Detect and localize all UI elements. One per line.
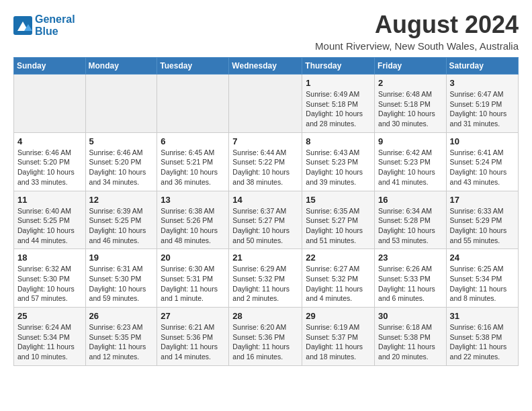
day-detail: Sunrise: 6:40 AM Sunset: 5:25 PM Dayligh… xyxy=(17,206,82,246)
day-number: 11 xyxy=(17,195,82,205)
weekday-header-thursday: Thursday xyxy=(302,58,375,75)
day-detail: Sunrise: 6:37 AM Sunset: 5:27 PM Dayligh… xyxy=(232,206,298,246)
day-cell: 16Sunrise: 6:34 AM Sunset: 5:28 PM Dayli… xyxy=(375,191,447,249)
title-area: August 2024 Mount Riverview, New South W… xyxy=(315,11,519,52)
logo: General Blue xyxy=(13,13,75,37)
day-cell: 5Sunrise: 6:46 AM Sunset: 5:20 PM Daylig… xyxy=(85,132,157,191)
day-cell: 29Sunrise: 6:19 AM Sunset: 5:37 PM Dayli… xyxy=(302,308,375,366)
day-detail: Sunrise: 6:34 AM Sunset: 5:28 PM Dayligh… xyxy=(378,206,443,246)
day-cell: 15Sunrise: 6:35 AM Sunset: 5:27 PM Dayli… xyxy=(302,191,375,249)
day-number: 8 xyxy=(306,136,371,146)
day-number: 21 xyxy=(232,253,298,263)
day-number: 26 xyxy=(89,311,154,321)
day-detail: Sunrise: 6:16 AM Sunset: 5:38 PM Dayligh… xyxy=(450,322,515,362)
day-detail: Sunrise: 6:27 AM Sunset: 5:32 PM Dayligh… xyxy=(306,264,371,304)
day-cell: 22Sunrise: 6:27 AM Sunset: 5:32 PM Dayli… xyxy=(302,249,375,308)
day-number: 6 xyxy=(161,136,225,146)
day-detail: Sunrise: 6:43 AM Sunset: 5:23 PM Dayligh… xyxy=(306,148,371,187)
logo-line2: Blue xyxy=(35,26,75,38)
day-number: 4 xyxy=(17,136,82,146)
day-detail: Sunrise: 6:47 AM Sunset: 5:19 PM Dayligh… xyxy=(450,89,515,129)
weekday-header-row: SundayMondayTuesdayWednesdayThursdayFrid… xyxy=(14,58,519,75)
day-cell: 10Sunrise: 6:41 AM Sunset: 5:24 PM Dayli… xyxy=(446,132,518,191)
day-number: 30 xyxy=(378,311,443,321)
day-detail: Sunrise: 6:20 AM Sunset: 5:36 PM Dayligh… xyxy=(232,322,298,362)
day-cell: 28Sunrise: 6:20 AM Sunset: 5:36 PM Dayli… xyxy=(229,308,302,366)
day-number: 17 xyxy=(450,195,515,205)
day-detail: Sunrise: 6:41 AM Sunset: 5:24 PM Dayligh… xyxy=(450,148,515,187)
week-row-5: 25Sunrise: 6:24 AM Sunset: 5:34 PM Dayli… xyxy=(14,308,519,366)
day-cell: 30Sunrise: 6:18 AM Sunset: 5:38 PM Dayli… xyxy=(375,308,447,366)
day-cell: 27Sunrise: 6:21 AM Sunset: 5:36 PM Dayli… xyxy=(157,308,229,366)
day-number: 9 xyxy=(378,136,443,146)
day-number: 14 xyxy=(232,195,298,205)
day-number: 5 xyxy=(89,136,154,146)
day-cell: 2Sunrise: 6:48 AM Sunset: 5:18 PM Daylig… xyxy=(375,75,447,133)
day-cell: 14Sunrise: 6:37 AM Sunset: 5:27 PM Dayli… xyxy=(229,191,302,249)
day-cell: 31Sunrise: 6:16 AM Sunset: 5:38 PM Dayli… xyxy=(446,308,518,366)
day-number: 12 xyxy=(89,195,154,205)
day-detail: Sunrise: 6:31 AM Sunset: 5:30 PM Dayligh… xyxy=(89,264,154,304)
day-number: 7 xyxy=(232,136,298,146)
month-title: August 2024 xyxy=(315,11,519,39)
day-detail: Sunrise: 6:45 AM Sunset: 5:21 PM Dayligh… xyxy=(161,148,225,187)
day-detail: Sunrise: 6:33 AM Sunset: 5:29 PM Dayligh… xyxy=(450,206,515,246)
day-number: 13 xyxy=(161,195,225,205)
day-number: 18 xyxy=(17,253,82,263)
page-header: General Blue August 2024 Mount Riverview… xyxy=(13,11,519,52)
day-number: 15 xyxy=(306,195,371,205)
day-detail: Sunrise: 6:19 AM Sunset: 5:37 PM Dayligh… xyxy=(306,322,371,362)
day-detail: Sunrise: 6:24 AM Sunset: 5:34 PM Dayligh… xyxy=(17,322,82,362)
day-number: 20 xyxy=(161,253,225,263)
day-detail: Sunrise: 6:21 AM Sunset: 5:36 PM Dayligh… xyxy=(161,322,225,362)
day-number: 19 xyxy=(89,253,154,263)
logo-line1: General xyxy=(35,13,75,26)
calendar-table: SundayMondayTuesdayWednesdayThursdayFrid… xyxy=(13,57,519,366)
day-detail: Sunrise: 6:25 AM Sunset: 5:34 PM Dayligh… xyxy=(450,264,515,304)
day-cell: 6Sunrise: 6:45 AM Sunset: 5:21 PM Daylig… xyxy=(157,132,229,191)
day-cell: 23Sunrise: 6:26 AM Sunset: 5:33 PM Dayli… xyxy=(375,249,447,308)
day-cell: 12Sunrise: 6:39 AM Sunset: 5:25 PM Dayli… xyxy=(85,191,157,249)
week-row-1: 1Sunrise: 6:49 AM Sunset: 5:18 PM Daylig… xyxy=(14,75,519,133)
day-cell: 1Sunrise: 6:49 AM Sunset: 5:18 PM Daylig… xyxy=(302,75,375,133)
day-cell xyxy=(14,75,86,133)
day-detail: Sunrise: 6:29 AM Sunset: 5:32 PM Dayligh… xyxy=(232,264,298,304)
day-detail: Sunrise: 6:48 AM Sunset: 5:18 PM Dayligh… xyxy=(378,89,443,129)
weekday-header-saturday: Saturday xyxy=(446,58,518,75)
weekday-header-tuesday: Tuesday xyxy=(157,58,229,75)
day-number: 10 xyxy=(450,136,515,146)
day-cell: 20Sunrise: 6:30 AM Sunset: 5:31 PM Dayli… xyxy=(157,249,229,308)
day-cell: 8Sunrise: 6:43 AM Sunset: 5:23 PM Daylig… xyxy=(302,132,375,191)
day-detail: Sunrise: 6:23 AM Sunset: 5:35 PM Dayligh… xyxy=(89,322,154,362)
weekday-header-sunday: Sunday xyxy=(14,58,86,75)
day-number: 2 xyxy=(378,78,443,88)
day-detail: Sunrise: 6:18 AM Sunset: 5:38 PM Dayligh… xyxy=(378,322,443,362)
day-cell xyxy=(229,75,302,133)
day-detail: Sunrise: 6:39 AM Sunset: 5:25 PM Dayligh… xyxy=(89,206,154,246)
week-row-4: 18Sunrise: 6:32 AM Sunset: 5:30 PM Dayli… xyxy=(14,249,519,308)
weekday-header-friday: Friday xyxy=(375,58,447,75)
logo-icon xyxy=(13,16,32,35)
day-cell: 25Sunrise: 6:24 AM Sunset: 5:34 PM Dayli… xyxy=(14,308,86,366)
day-number: 25 xyxy=(17,311,82,321)
weekday-header-monday: Monday xyxy=(85,58,157,75)
day-detail: Sunrise: 6:42 AM Sunset: 5:23 PM Dayligh… xyxy=(378,148,443,187)
day-number: 24 xyxy=(450,253,515,263)
day-detail: Sunrise: 6:38 AM Sunset: 5:26 PM Dayligh… xyxy=(161,206,225,246)
day-number: 31 xyxy=(450,311,515,321)
day-cell: 7Sunrise: 6:44 AM Sunset: 5:22 PM Daylig… xyxy=(229,132,302,191)
day-number: 28 xyxy=(232,311,298,321)
day-cell: 11Sunrise: 6:40 AM Sunset: 5:25 PM Dayli… xyxy=(14,191,86,249)
week-row-3: 11Sunrise: 6:40 AM Sunset: 5:25 PM Dayli… xyxy=(14,191,519,249)
day-cell: 26Sunrise: 6:23 AM Sunset: 5:35 PM Dayli… xyxy=(85,308,157,366)
day-detail: Sunrise: 6:35 AM Sunset: 5:27 PM Dayligh… xyxy=(306,206,371,246)
day-number: 27 xyxy=(161,311,225,321)
day-detail: Sunrise: 6:49 AM Sunset: 5:18 PM Dayligh… xyxy=(306,89,371,129)
week-row-2: 4Sunrise: 6:46 AM Sunset: 5:20 PM Daylig… xyxy=(14,132,519,191)
location-title: Mount Riverview, New South Wales, Austra… xyxy=(315,40,519,52)
day-number: 16 xyxy=(378,195,443,205)
day-cell: 18Sunrise: 6:32 AM Sunset: 5:30 PM Dayli… xyxy=(14,249,86,308)
day-cell: 4Sunrise: 6:46 AM Sunset: 5:20 PM Daylig… xyxy=(14,132,86,191)
day-cell xyxy=(85,75,157,133)
day-cell: 17Sunrise: 6:33 AM Sunset: 5:29 PM Dayli… xyxy=(446,191,518,249)
